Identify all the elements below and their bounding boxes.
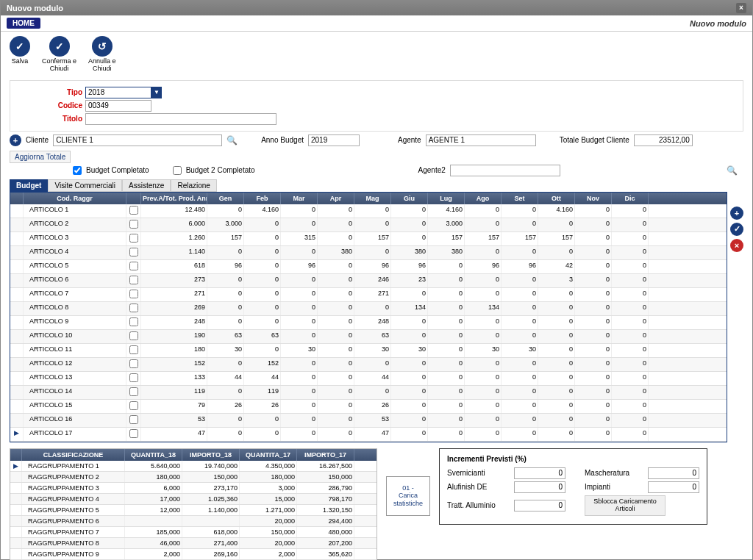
- sblocca-button[interactable]: Sblocca Caricamento Articoli: [585, 495, 665, 516]
- add-cliente-button[interactable]: +: [10, 134, 21, 146]
- grid-add-button[interactable]: +: [730, 207, 743, 220]
- table-row[interactable]: ARTICOLO 16530000530000000: [10, 414, 727, 428]
- row-checkbox[interactable]: [129, 359, 138, 368]
- col-header[interactable]: Ago: [465, 193, 502, 204]
- row-checkbox[interactable]: [129, 345, 138, 354]
- col-header[interactable]: [10, 449, 22, 461]
- table-row[interactable]: ▶RAGGRUPPAMENTO 15.640,00019.740,0004.35…: [10, 461, 376, 472]
- agente-input[interactable]: [426, 134, 536, 146]
- row-checkbox[interactable]: [129, 234, 138, 243]
- aggiorna-totale-button[interactable]: Aggiorna Totale: [10, 151, 71, 163]
- table-row[interactable]: ARTICOLO 1215201520000000000: [10, 358, 727, 372]
- col-header[interactable]: Feb: [244, 193, 281, 204]
- row-checkbox[interactable]: [129, 415, 138, 424]
- row-checkbox[interactable]: [129, 304, 138, 312]
- grid-delete-button[interactable]: ×: [730, 239, 743, 252]
- table-row[interactable]: ARTICOLO 6273000024623000300: [10, 274, 727, 288]
- home-tab[interactable]: HOME: [7, 18, 40, 29]
- table-row[interactable]: ARTICOLO 727100002710000000: [10, 288, 727, 302]
- col-header[interactable]: IMPORTO_17: [297, 449, 354, 461]
- col-header[interactable]: QUANTITA_18: [125, 449, 182, 461]
- cancel-close-button[interactable]: ↺ Annulla e Chiudi: [88, 36, 116, 73]
- col-header[interactable]: Prev.A/Tot. Prod. Annu: [141, 193, 207, 204]
- mascheratura-input[interactable]: [648, 467, 699, 479]
- impianti-input[interactable]: [648, 481, 699, 493]
- col-header[interactable]: Mag: [354, 193, 391, 204]
- row-checkbox[interactable]: [129, 401, 138, 410]
- grid-confirm-button[interactable]: ✓: [730, 223, 743, 236]
- row-checkbox[interactable]: [129, 220, 138, 229]
- col-header[interactable]: Ott: [538, 193, 575, 204]
- table-row[interactable]: ARTICOLO 13133444400440000000: [10, 372, 727, 386]
- row-checkbox[interactable]: [129, 290, 138, 298]
- col-header[interactable]: Nov: [575, 193, 612, 204]
- classificazione-grid[interactable]: CLASSIFICAZIONEQUANTITA_18IMPORTO_18QUAN…: [10, 448, 377, 560]
- chevron-down-icon[interactable]: ▼: [151, 87, 162, 98]
- col-header[interactable]: QUANTITA_17: [240, 449, 297, 461]
- search-cliente-icon[interactable]: 🔍: [226, 135, 238, 146]
- carica-statistiche-button[interactable]: 01 - Carica statistiche: [386, 476, 430, 516]
- col-header[interactable]: Set: [502, 193, 538, 204]
- table-row[interactable]: ARTICOLO 26.0003.000000003.00000000: [10, 218, 727, 232]
- row-checkbox[interactable]: [129, 206, 138, 215]
- row-checkbox[interactable]: [129, 276, 138, 284]
- cliente-input[interactable]: [53, 134, 222, 146]
- table-row[interactable]: ARTICOLO 1411901190000000000: [10, 386, 727, 400]
- tab-relazione[interactable]: Relazione: [171, 179, 216, 192]
- tab-visite[interactable]: Visite Commerciali: [48, 179, 122, 192]
- table-row[interactable]: ▶ARTICOLO 17470000470000000: [10, 428, 727, 442]
- col-header[interactable]: Dic: [612, 193, 649, 204]
- budget2-completato-checkbox[interactable]: [173, 166, 182, 175]
- table-row[interactable]: ARTICOLO 56189609609696096964200: [10, 260, 727, 274]
- table-row[interactable]: ARTICOLO 41.140000380038038000000: [10, 246, 727, 260]
- titolo-input[interactable]: [85, 113, 276, 125]
- table-row[interactable]: RAGGRUPPAMENTO 2180,000150,000180,000150…: [10, 472, 376, 483]
- agente2-input[interactable]: [450, 165, 560, 176]
- alufinish-input[interactable]: [514, 481, 565, 493]
- table-row[interactable]: ARTICOLO 112.48004.16000004.160004.16000: [10, 204, 727, 218]
- close-icon[interactable]: ×: [736, 3, 746, 13]
- svernicianti-input[interactable]: [514, 467, 565, 479]
- table-row[interactable]: RAGGRUPPAMENTO 512,0001.140,0001.271,000…: [10, 505, 376, 516]
- col-header[interactable]: Mar: [281, 193, 318, 204]
- col-header[interactable]: IMPORTO_18: [182, 449, 240, 461]
- codice-input[interactable]: [85, 100, 151, 112]
- budget-grid[interactable]: Cod. RaggrPrev.A/Tot. Prod. AnnuGenFebMa…: [10, 192, 727, 442]
- save-button[interactable]: ✓ Salva: [10, 36, 30, 73]
- col-header[interactable]: Cod. Raggr: [24, 193, 126, 204]
- table-row[interactable]: ARTICOLO 11180300300303003030000: [10, 344, 727, 358]
- table-row[interactable]: ARTICOLO 31.2601570315015701571571571570…: [10, 232, 727, 246]
- table-row[interactable]: ARTICOLO 82690000013401340000: [10, 302, 727, 316]
- confirm-close-button[interactable]: ✓ Conferma e Chiudi: [42, 36, 76, 73]
- col-header[interactable]: Lug: [428, 193, 465, 204]
- table-row[interactable]: RAGGRUPPAMENTO 92,000269,1602,000365,620: [10, 549, 376, 560]
- table-row[interactable]: RAGGRUPPAMENTO 846,000271,40020,000207,2…: [10, 538, 376, 549]
- row-checkbox[interactable]: [129, 317, 138, 326]
- table-row[interactable]: RAGGRUPPAMENTO 620,000294,400: [10, 516, 376, 527]
- row-checkbox[interactable]: [129, 373, 138, 382]
- table-row[interactable]: RAGGRUPPAMENTO 417,0001.025,36015,000798…: [10, 494, 376, 505]
- col-header[interactable]: CLASSIFICAZIONE: [22, 449, 125, 461]
- budget-completato-checkbox[interactable]: [73, 166, 82, 175]
- table-row[interactable]: ARTICOLO 1579262600260000000: [10, 400, 727, 414]
- table-row[interactable]: RAGGRUPPAMENTO 7185,000618,000150,000480…: [10, 527, 376, 538]
- tab-assistenze[interactable]: Assistenze: [122, 179, 171, 192]
- tratt-input[interactable]: [514, 500, 565, 511]
- tab-budget[interactable]: Budget: [10, 179, 48, 192]
- col-header[interactable]: [10, 193, 24, 204]
- row-checkbox[interactable]: [129, 387, 138, 396]
- table-row[interactable]: RAGGRUPPAMENTO 36,000273,1703,000286,790: [10, 483, 376, 494]
- search-right-icon[interactable]: 🔍: [727, 165, 738, 176]
- row-checkbox[interactable]: [129, 262, 138, 270]
- row-checkbox[interactable]: [129, 331, 138, 340]
- table-row[interactable]: ARTICOLO 10190636300630000000: [10, 330, 727, 344]
- tipo-select[interactable]: [85, 87, 151, 98]
- row-checkbox[interactable]: [129, 429, 138, 438]
- anno-input[interactable]: [308, 134, 360, 146]
- table-row[interactable]: ARTICOLO 924800002480000000: [10, 316, 727, 330]
- col-header[interactable]: Giu: [391, 193, 428, 204]
- col-header[interactable]: Apr: [318, 193, 354, 204]
- row-checkbox[interactable]: [129, 248, 138, 256]
- col-header[interactable]: [126, 193, 141, 204]
- col-header[interactable]: Gen: [207, 193, 244, 204]
